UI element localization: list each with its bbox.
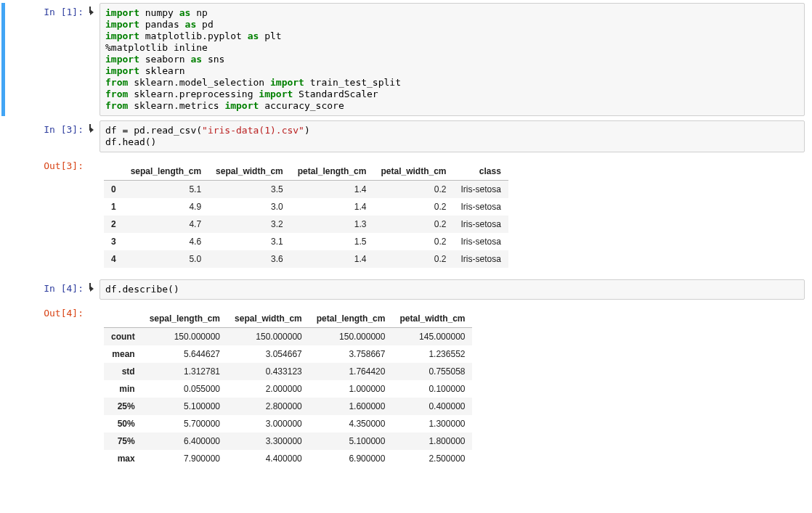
- notebook-container: In [1]: import numpy as np import pandas…: [0, 0, 812, 501]
- table-row: max7.9000004.4000006.9000002.500000: [104, 450, 472, 467]
- column-header: [104, 310, 142, 328]
- column-header: sepal_length_cm: [142, 310, 227, 328]
- code-cell-3[interactable]: In [3]: df = pd.read_csv("iris-data(1).c…: [22, 120, 805, 152]
- in-prompt: In [4]:: [22, 279, 89, 300]
- dataframe-table: sepal_length_cmsepal_width_cmpetal_lengt…: [104, 310, 472, 467]
- run-icon: [90, 127, 94, 133]
- table-row: 75%6.4000003.3000005.1000001.800000: [104, 432, 472, 450]
- column-header: class: [454, 163, 508, 181]
- run-cell-button[interactable]: [89, 120, 100, 152]
- table-row: 05.13.51.40.2Iris-setosa: [104, 181, 508, 199]
- table-row: min0.0550002.0000001.0000000.100000: [104, 380, 472, 398]
- dataframe-table: sepal_length_cmsepal_width_cmpetal_lengt…: [104, 163, 508, 268]
- table-row: 45.03.61.40.2Iris-setosa: [104, 250, 508, 268]
- column-header: [104, 163, 123, 181]
- in-prompt: In [3]:: [22, 120, 89, 152]
- out-prompt: Out[4]:: [22, 304, 89, 475]
- column-header: petal_width_cm: [373, 163, 453, 181]
- column-header: petal_length_cm: [309, 310, 393, 328]
- table-row: 24.73.21.30.2Iris-setosa: [104, 216, 508, 233]
- code-input-area[interactable]: import numpy as np import pandas as pd i…: [100, 3, 805, 116]
- column-header: sepal_width_cm: [227, 310, 309, 328]
- table-row: count150.000000150.000000150.000000145.0…: [104, 328, 472, 346]
- output-cell-3: Out[3]: sepal_length_cmsepal_width_cmpet…: [22, 157, 805, 275]
- table-row: 25%5.1000002.8000001.6000000.400000: [104, 398, 472, 415]
- code-cell-4[interactable]: In [4]: df.describe(): [22, 279, 805, 300]
- column-header: sepal_width_cm: [208, 163, 291, 181]
- table-row: std1.3127810.4331231.7644200.755058: [104, 363, 472, 380]
- code-input-area[interactable]: df.describe(): [100, 279, 805, 300]
- table-row: 34.63.11.50.2Iris-setosa: [104, 233, 508, 250]
- run-icon: [90, 9, 94, 15]
- run-icon: [90, 286, 94, 292]
- in-prompt: In [1]:: [22, 3, 89, 116]
- output-cell-4: Out[4]: sepal_length_cmsepal_width_cmpet…: [22, 304, 805, 475]
- run-cell-button[interactable]: [89, 279, 100, 300]
- out-prompt: Out[3]:: [22, 157, 89, 275]
- code-input-area[interactable]: df = pd.read_csv("iris-data(1).csv") df.…: [100, 120, 805, 152]
- table-row: mean5.6446273.0546673.7586671.236552: [104, 345, 472, 363]
- column-header: sepal_length_cm: [123, 163, 208, 181]
- column-header: petal_length_cm: [291, 163, 374, 181]
- table-row: 14.93.01.40.2Iris-setosa: [104, 198, 508, 216]
- table-row: 50%5.7000003.0000004.3500001.300000: [104, 415, 472, 432]
- code-cell-1[interactable]: In [1]: import numpy as np import pandas…: [22, 3, 805, 116]
- run-cell-button[interactable]: [89, 3, 100, 116]
- column-header: petal_width_cm: [392, 310, 472, 328]
